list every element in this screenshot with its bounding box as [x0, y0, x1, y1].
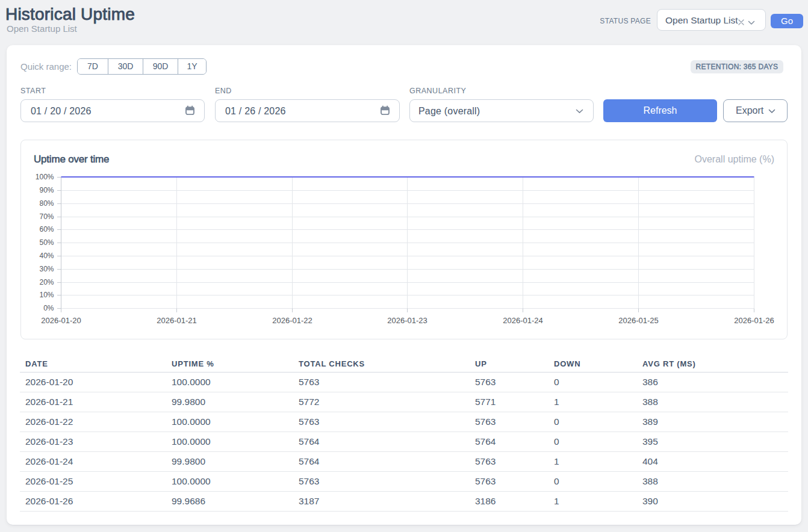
svg-text:90%: 90%: [39, 186, 54, 194]
svg-text:80%: 80%: [39, 199, 54, 208]
svg-text:2026-01-22: 2026-01-22: [272, 316, 312, 325]
svg-text:10%: 10%: [39, 291, 54, 299]
svg-text:100%: 100%: [36, 173, 54, 181]
svg-text:60%: 60%: [39, 225, 54, 234]
svg-text:2026-01-23: 2026-01-23: [387, 316, 427, 325]
svg-text:2026-01-21: 2026-01-21: [157, 316, 197, 325]
svg-text:30%: 30%: [39, 265, 54, 273]
svg-text:20%: 20%: [39, 278, 54, 286]
svg-text:40%: 40%: [39, 252, 54, 260]
svg-text:50%: 50%: [39, 238, 54, 247]
svg-text:0%: 0%: [43, 304, 54, 312]
svg-text:70%: 70%: [39, 212, 54, 221]
svg-text:2026-01-20: 2026-01-20: [41, 316, 81, 325]
svg-text:2026-01-25: 2026-01-25: [618, 316, 659, 325]
svg-text:2026-01-24: 2026-01-24: [503, 316, 543, 325]
svg-text:2026-01-26: 2026-01-26: [734, 316, 774, 325]
